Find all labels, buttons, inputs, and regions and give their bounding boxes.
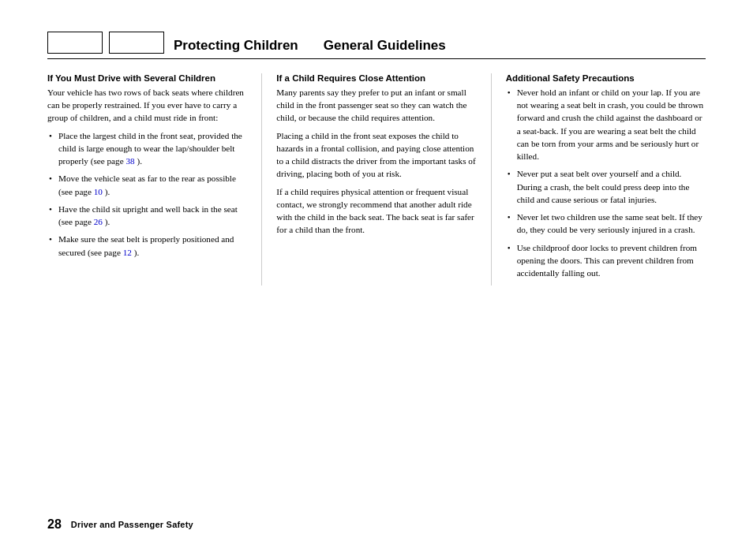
header-title-general: General Guidelines	[324, 38, 446, 54]
col2-body: Many parents say they prefer to put an i…	[276, 86, 476, 237]
col3-bullet-4: Use childproof door locks to prevent chi…	[506, 241, 706, 280]
header-area: Protecting Children General Guidelines	[47, 32, 706, 54]
col1-bullet-2: Move the vehicle seat as far to the rear…	[47, 172, 247, 197]
col3-bullet-2: Never put a seat belt over yourself and …	[506, 167, 706, 206]
col3-heading: Additional Safety Precautions	[506, 73, 706, 83]
footer-label: Driver and Passenger Safety	[71, 520, 193, 529]
link-p12[interactable]: 12	[123, 248, 132, 257]
col2-para3: If a child requires physical attention o…	[276, 185, 476, 237]
col3-body: Never hold an infant or child on your la…	[506, 86, 706, 279]
col1-bullets: Place the largest child in the front sea…	[47, 129, 247, 259]
col2-para2: Placing a child in the front seat expose…	[276, 129, 476, 181]
nav-box-left[interactable]	[47, 32, 103, 54]
nav-boxes	[47, 32, 164, 54]
link-p10[interactable]: 10	[94, 187, 103, 196]
col3-bullets: Never hold an infant or child on your la…	[506, 86, 706, 279]
col3-bullet-3: Never let two children use the same seat…	[506, 211, 706, 236]
link-p26[interactable]: 26	[94, 217, 103, 226]
nav-box-right[interactable]	[109, 32, 164, 54]
col1-intro: Your vehicle has two rows of back seats …	[47, 86, 247, 125]
content-columns: If You Must Drive with Several Children …	[47, 73, 706, 286]
link-p38[interactable]: 38	[126, 156, 134, 166]
col3-bullet-1: Never hold an infant or child on your la…	[506, 86, 706, 162]
col2-para1: Many parents say they prefer to put an i…	[276, 86, 476, 125]
column-3: Additional Safety Precautions Never hold…	[492, 73, 706, 286]
col2-heading: If a Child Requires Close Attention	[276, 73, 476, 83]
col1-body: Your vehicle has two rows of back seats …	[47, 86, 247, 259]
footer-page-number: 28	[47, 517, 62, 532]
col1-bullet-3: Have the child sit upright and well back…	[47, 203, 247, 228]
header-titles: Protecting Children General Guidelines	[174, 38, 446, 54]
footer-area: 28 Driver and Passenger Safety	[47, 517, 193, 532]
column-2: If a Child Requires Close Attention Many…	[262, 73, 491, 286]
col1-bullet-4: Make sure the seat belt is properly posi…	[47, 233, 247, 258]
col1-heading: If You Must Drive with Several Children	[47, 73, 247, 83]
col1-bullet-1: Place the largest child in the front sea…	[47, 129, 247, 168]
header-divider	[47, 58, 706, 59]
header-title-protecting: Protecting Children	[174, 38, 298, 54]
column-1: If You Must Drive with Several Children …	[47, 73, 262, 286]
page: Protecting Children General Guidelines I…	[0, 0, 753, 560]
